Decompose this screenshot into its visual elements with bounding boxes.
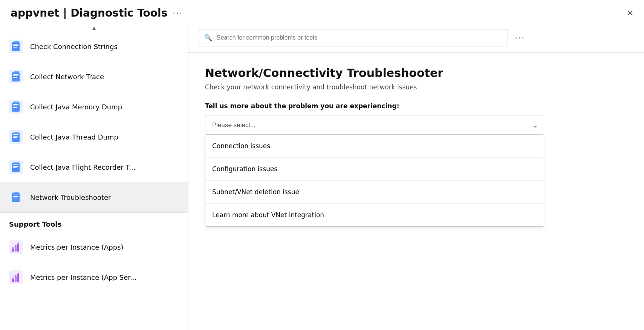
collect-network-trace-icon — [9, 70, 23, 83]
svg-rect-34 — [13, 198, 17, 198]
title-bar: appvnet | Diagnostic Tools ··· ✕ — [0, 0, 644, 23]
problem-type-select[interactable]: Please select... — [205, 115, 544, 135]
dropdown-option-configuration-issues[interactable]: Configuration issues — [205, 158, 544, 181]
svg-rect-20 — [13, 134, 18, 135]
dropdown-option-subnet-vnet-deletion[interactable]: Subnet/VNet deletion issue — [205, 181, 544, 204]
sidebar-item-label-network-troubleshooter: Network Troubleshooter — [30, 193, 111, 201]
sidebar-item-label-check-connection-strings: Check Connection Strings — [30, 43, 118, 51]
svg-rect-22 — [13, 137, 17, 138]
main-layout: ▲ Check Connection Strings — [0, 23, 644, 330]
svg-rect-37 — [12, 249, 14, 252]
svg-rect-44 — [12, 279, 14, 282]
metrics-per-instance-apps-icon — [9, 240, 23, 254]
tool-form-label: Tell us more about the problem you are e… — [205, 102, 627, 110]
svg-rect-45 — [15, 276, 17, 282]
scroll-up-arrow[interactable]: ▲ — [92, 25, 96, 31]
svg-rect-21 — [13, 136, 18, 137]
support-tools-header: Support Tools — [0, 212, 188, 232]
dropdown-container: Please select... ⌄ — [205, 115, 544, 135]
svg-point-42 — [18, 243, 19, 244]
svg-rect-9 — [13, 75, 18, 76]
sidebar-item-check-connection-strings[interactable]: Check Connection Strings — [0, 31, 188, 61]
sidebar-item-label-collect-java-thread-dump: Collect Java Thread Dump — [30, 133, 118, 141]
svg-point-47 — [12, 277, 14, 279]
title-more-button[interactable]: ··· — [173, 8, 183, 18]
svg-point-49 — [18, 273, 19, 274]
svg-rect-39 — [17, 244, 19, 252]
collect-java-flight-recorder-icon — [9, 160, 23, 174]
close-button[interactable]: ✕ — [627, 9, 633, 17]
tool-content: Network/Connectivity Troubleshooter Chec… — [188, 53, 644, 330]
dropdown-menu: Connection issues Configuration issues S… — [205, 135, 544, 227]
tool-title: Network/Connectivity Troubleshooter — [205, 66, 627, 80]
check-connection-strings-icon — [9, 40, 23, 53]
collect-java-memory-dump-icon — [9, 100, 23, 114]
svg-rect-46 — [17, 274, 19, 282]
sidebar-item-label-metrics-per-instance-app-ser: Metrics per Instance (App Ser... — [30, 273, 136, 281]
sidebar-item-collect-network-trace[interactable]: Collect Network Trace — [0, 61, 188, 92]
search-input[interactable] — [199, 29, 508, 46]
search-bar-row: 🔍 ··· — [188, 23, 644, 53]
dropdown-option-connection-issues[interactable]: Connection issues — [205, 135, 544, 158]
sidebar-item-network-troubleshooter[interactable]: Network Troubleshooter — [0, 182, 188, 212]
search-icon: 🔍 — [204, 34, 212, 41]
content-area: 🔍 ··· Network/Connectivity Troubleshoote… — [188, 23, 644, 330]
sidebar-scroll-top: ▲ — [0, 23, 188, 31]
svg-rect-38 — [15, 246, 17, 252]
svg-rect-28 — [13, 167, 17, 168]
search-container: 🔍 — [199, 29, 508, 46]
sidebar-item-label-collect-network-trace: Collect Network Trace — [30, 73, 104, 81]
metrics-per-instance-app-ser-icon — [9, 270, 23, 284]
svg-rect-33 — [13, 196, 18, 197]
search-more-button[interactable]: ··· — [512, 33, 527, 43]
page-title: appvnet | Diagnostic Tools — [11, 7, 167, 19]
sidebar-item-label-collect-java-memory-dump: Collect Java Memory Dump — [30, 103, 122, 111]
sidebar: ▲ Check Connection Strings — [0, 23, 188, 330]
svg-rect-2 — [13, 44, 18, 45]
collect-java-thread-dump-icon — [9, 130, 23, 144]
svg-rect-14 — [13, 104, 18, 105]
title-bar-left: appvnet | Diagnostic Tools ··· — [11, 7, 183, 19]
sidebar-item-label-metrics-per-instance-apps: Metrics per Instance (Apps) — [30, 243, 124, 251]
svg-rect-27 — [13, 166, 18, 167]
sidebar-item-metrics-per-instance-app-ser[interactable]: Metrics per Instance (App Ser... — [0, 262, 188, 292]
dropdown-option-learn-more-vnet[interactable]: Learn more about VNet integration — [205, 204, 544, 226]
svg-point-48 — [15, 275, 17, 276]
svg-rect-16 — [13, 107, 17, 108]
svg-rect-4 — [13, 47, 17, 48]
svg-rect-32 — [13, 195, 18, 195]
svg-rect-10 — [13, 77, 17, 78]
sidebar-item-collect-java-flight-recorder[interactable]: Collect Java Flight Recorder T... — [0, 152, 188, 182]
sidebar-item-collect-java-thread-dump[interactable]: Collect Java Thread Dump — [0, 122, 188, 152]
svg-rect-8 — [13, 74, 18, 75]
sidebar-item-collect-java-memory-dump[interactable]: Collect Java Memory Dump — [0, 92, 188, 122]
network-troubleshooter-icon — [9, 190, 23, 204]
svg-rect-3 — [13, 45, 18, 46]
svg-point-41 — [15, 245, 17, 246]
sidebar-item-metrics-per-instance-apps[interactable]: Metrics per Instance (Apps) — [0, 232, 188, 262]
svg-point-40 — [12, 247, 14, 249]
tool-description: Check your network connectivity and trou… — [205, 83, 627, 91]
svg-rect-15 — [13, 106, 18, 106]
sidebar-item-label-collect-java-flight-recorder: Collect Java Flight Recorder T... — [30, 163, 135, 171]
svg-rect-26 — [13, 164, 18, 165]
